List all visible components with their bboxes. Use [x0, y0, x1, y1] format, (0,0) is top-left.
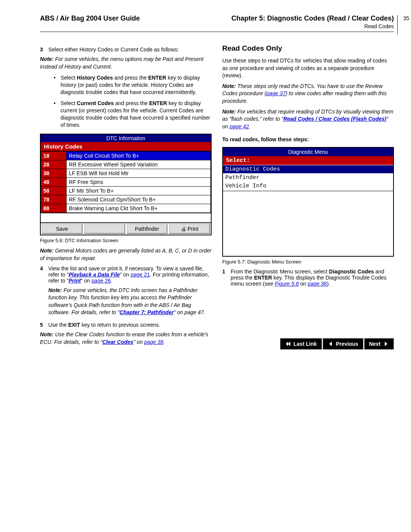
link-clear-codes[interactable]: Clear Codes [102, 339, 134, 345]
dtc-button [84, 224, 125, 234]
previous-label: Previous [336, 341, 358, 347]
t: From the Diagnostic Menu screen, select [231, 268, 329, 275]
dtc-code: 18 [41, 152, 67, 160]
dtc-desc: LF ESB Will Not Hold Mtr [67, 169, 211, 178]
right-step-1: 1 From the Diagnostic Menu screen, selec… [222, 268, 394, 287]
dtc-code: 78 [41, 195, 67, 204]
last-link-label: Last Link [293, 341, 317, 347]
previous-button[interactable]: Previous [323, 338, 363, 350]
figure-5-6-caption: Figure 5.6: DTC Information Screen [40, 238, 212, 243]
link-flash-codes[interactable]: Read Codes / Clear Codes (Flash Codes) [283, 116, 386, 122]
dtc-row[interactable]: 78RF Solenoid Circuit Opn/Short To B+ [41, 195, 211, 204]
dtc-desc: LF Mtr Short To B+ [67, 187, 211, 195]
link-print[interactable]: Print [68, 278, 81, 284]
link-playback[interactable]: Playback a Data File [68, 272, 120, 278]
t: . [163, 339, 165, 345]
step-4-note: Note: For some vehicles, the DTC Info sc… [48, 287, 212, 316]
t: " on page 47. [174, 309, 205, 315]
dtc-button[interactable]: Pathfinder [127, 224, 168, 234]
diag-menu-item[interactable]: Diagnostic Codes [223, 165, 393, 173]
chapter-title: Chapter 5: Diagnostic Codes (Read / Clea… [231, 14, 394, 22]
right-p1: Use these steps to read DTCs for vehicle… [222, 57, 394, 80]
dtc-row[interactable]: 18Relay Coil Circuit Short To B+ [41, 152, 211, 160]
figure-5-6: DTC Information History Codes 18Relay Co… [40, 134, 212, 235]
t: ENTER [148, 75, 166, 81]
section-heading: Read Codes Only [222, 44, 394, 53]
dtc-row[interactable]: 48RF Free Spins [41, 178, 211, 187]
dtc-row[interactable]: 28RR Excessive Wheel Speed Variation [41, 160, 211, 169]
double-chevron-left-icon [285, 341, 291, 347]
right-column: Read Codes Only Use these steps to read … [222, 44, 394, 349]
step-5-body: Use the EXIT key to return to previous s… [48, 322, 212, 328]
link-page42[interactable]: page 42 [229, 123, 249, 129]
t: Use the [48, 322, 68, 328]
bullet-current: Select Current Codes and press the ENTER… [54, 100, 212, 129]
note-label: Note: [48, 287, 62, 293]
t: and press the [113, 75, 148, 81]
diag-blank-area [223, 191, 393, 256]
chevron-right-icon [383, 341, 389, 347]
chapter-subtitle: Read Codes [231, 23, 394, 29]
dtc-button[interactable]: 🖨 Print [169, 224, 210, 234]
dtc-row[interactable]: 58LF Mtr Short To B+ [41, 187, 211, 195]
link-chapter7[interactable]: Chapter 7: Pathfinder [119, 309, 174, 315]
link-page21[interactable]: page 21 [131, 272, 150, 278]
dtc-desc: RF Free Spins [67, 178, 211, 187]
page-number: 35 [397, 15, 411, 34]
step-3-note: Note: For some vehicles, the menu option… [40, 56, 212, 70]
step-5: 5 Use the EXIT key to return to previous… [40, 322, 212, 328]
step-3-note-text: For some vehicles, the menu options may … [40, 56, 204, 70]
footer-nav: Last Link Previous Next [280, 338, 394, 350]
note-label: Note: [40, 248, 54, 254]
step-5-num: 5 [40, 322, 48, 328]
dtc-code: 38 [41, 169, 67, 178]
link-page38[interactable]: page 38 [144, 339, 164, 345]
link-page26[interactable]: page 26 [91, 278, 111, 284]
link-figure58[interactable]: Figure 5.8 [275, 281, 299, 287]
diag-menu-item[interactable]: Pathfinder [223, 173, 393, 182]
note-clear: Note: Use the Clear Codes function to er… [40, 331, 212, 346]
dtc-button[interactable]: Save [41, 224, 83, 234]
figure-5-7-caption: Figure 5.7: Diagnostic Menu Screen [222, 259, 394, 265]
t: Select [61, 100, 77, 106]
note-label: Note: [222, 109, 236, 115]
t: ). [327, 281, 330, 287]
step-3: 3 Select either History Codes or Current… [40, 46, 212, 53]
note-gm-text: General Motors codes are generally liste… [40, 248, 212, 261]
t: Diagnostic Codes [329, 268, 374, 275]
link-page37[interactable]: page 37 [266, 90, 286, 96]
t: " on [120, 272, 131, 278]
dtc-row[interactable]: 88Brake Warning Lamp Ckt Short To B+ [41, 204, 211, 213]
diag-menu-item[interactable]: Vehicle Info [223, 182, 393, 190]
dtc-blank-area [41, 213, 211, 222]
dtc-code: 28 [41, 160, 67, 169]
step-3-bullets: Select History Codes and press the ENTER… [54, 74, 212, 128]
t: on [299, 281, 307, 287]
t: " on [133, 339, 144, 345]
dtc-buttons: Save Pathfinder🖨 Print [41, 222, 211, 235]
subheading: To read codes, follow these steps: [222, 136, 394, 142]
chevron-left-icon [328, 341, 334, 347]
bullet-history: Select History Codes and press the ENTER… [54, 74, 212, 96]
next-button[interactable]: Next [364, 338, 394, 350]
t: ENTER [149, 100, 167, 106]
dtc-row[interactable]: 38LF ESB Will Not Hold Mtr [41, 169, 211, 178]
t: ENTER [254, 275, 272, 281]
dtc-code: 58 [41, 187, 67, 195]
t: Select [61, 75, 77, 81]
dtc-desc: RR Excessive Wheel Speed Variation [67, 160, 211, 169]
dtc-desc: Brake Warning Lamp Ckt Short To B+ [67, 204, 211, 213]
step-4: 4 View the list and save or print it, if… [40, 265, 212, 320]
note-label: Note: [40, 56, 54, 62]
last-link-button[interactable]: Last Link [280, 338, 322, 350]
dtc-desc: RF Solenoid Circuit Opn/Short To B+ [67, 195, 211, 204]
doc-title: ABS / Air Bag 2004 User Guide [40, 14, 231, 22]
dtc-subtitle: History Codes [41, 142, 211, 151]
diag-list: Diagnostic CodesPathfinderVehicle Info [223, 165, 393, 190]
t: EXIT [68, 322, 80, 328]
step-3-text: Select either History Codes or Current C… [48, 46, 212, 53]
next-label: Next [369, 341, 381, 347]
right-step-1-body: From the Diagnostic Menu screen, select … [231, 268, 394, 287]
t: History Codes [77, 75, 113, 81]
link-page36[interactable]: page 36 [307, 281, 327, 287]
